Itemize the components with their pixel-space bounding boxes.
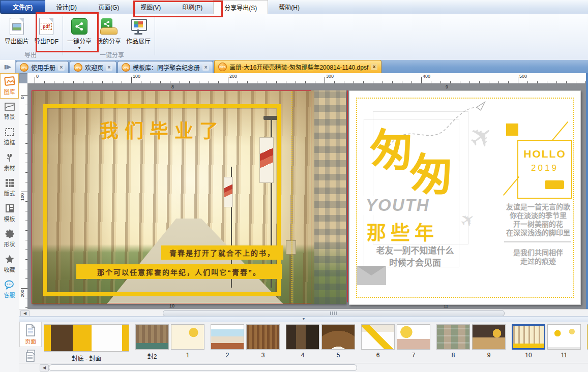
doc-tab-template-lib[interactable]: DPS 模板库：同学聚会纪念册 × xyxy=(117,61,213,73)
doc-tab-manual[interactable]: DPS 使用手册 × xyxy=(16,61,69,73)
thumbnail-page[interactable] xyxy=(397,324,430,350)
splitter-collapse-icon[interactable]: ▼ xyxy=(302,317,306,321)
thumbnail-page[interactable] xyxy=(135,324,169,350)
master-page-icon xyxy=(25,350,36,362)
toolbar-separator xyxy=(155,16,155,55)
window-edge xyxy=(586,73,588,316)
v-ruler: 0100200 xyxy=(19,83,28,309)
close-icon[interactable]: × xyxy=(106,64,112,71)
tab-masters[interactable]: 母版 xyxy=(19,347,42,363)
ribbon-toolbar: 导出图片 pdf 导出PDF xyxy=(0,14,588,60)
thumbnail-page[interactable] xyxy=(321,324,355,350)
thumbnail-page[interactable] xyxy=(472,324,506,350)
sidebar-item-border[interactable]: 边框 xyxy=(0,124,19,149)
close-icon[interactable]: × xyxy=(202,64,209,71)
right-page[interactable]: 匆 匆 YOUTH 那些年 老友一别不知道什么 时候才会见面 ✈ ✈ HOLLO… xyxy=(349,90,581,305)
thumbnail-page[interactable] xyxy=(286,324,319,350)
thumbnail-strip: 封底 - 封面 封2 1 2 3 4 5 xyxy=(44,324,588,362)
selection-edge-line xyxy=(347,90,348,302)
menu-page[interactable]: 页面(G) xyxy=(87,0,130,14)
close-icon[interactable]: × xyxy=(371,64,377,70)
background-icon xyxy=(4,102,15,111)
menu-share-export[interactable]: 分享导出(S) xyxy=(213,0,268,14)
poem-block-2[interactable]: 是我们共同相伴 走过的痕迹 xyxy=(502,249,574,266)
menu-view[interactable]: 视图(V) xyxy=(130,0,171,14)
tab-pages[interactable]: 页面 xyxy=(19,322,42,347)
envelope-icon[interactable] xyxy=(357,266,386,285)
thumbnail-page[interactable] xyxy=(211,324,244,350)
menu-print[interactable]: 印刷(P) xyxy=(171,0,213,14)
my-share-icon xyxy=(100,18,117,35)
thumbnail-page[interactable] xyxy=(547,324,581,350)
my-share-button[interactable]: 我的分享 xyxy=(94,16,124,45)
dps-badge-icon: DPS xyxy=(218,63,227,71)
showroom-board-icon xyxy=(130,18,147,35)
page-marker-9: 9 xyxy=(446,84,448,89)
selection-rectangle[interactable] xyxy=(32,90,311,303)
pdf-document-icon: pdf xyxy=(38,18,55,35)
thumbnail-page[interactable] xyxy=(246,324,280,350)
panel-collapse-icon[interactable]: ▮▶ xyxy=(0,60,16,73)
one-click-share-button[interactable]: 一键分享 ▼ xyxy=(65,16,94,50)
group-label-export: 导出 xyxy=(24,50,37,59)
doc-tab-active-album[interactable]: DPS 画册-大16开硬壳精装-匆匆那些年200814-1140.dpsf × xyxy=(214,60,381,73)
dps-badge-icon: DPS xyxy=(74,63,82,72)
sidebar-item-favorites[interactable]: 收藏 xyxy=(0,251,19,276)
thumbnail-cover-spread[interactable] xyxy=(44,324,129,352)
sidebar: 图库 背景 边框 素材 版式 xyxy=(0,73,20,372)
photo-building xyxy=(314,90,346,304)
doc-tab-welcome[interactable]: DPS 欢迎页 × xyxy=(70,61,116,73)
app-window: 文件(F) 设计(D) 页面(G) 视图(V) 印刷(P) 分享导出(S) 帮助… xyxy=(0,0,588,372)
canvas-area[interactable]: 8 9 10 11 我们毕业了 青春是打开了就合不上的书， 那个可以任意挥霍的年… xyxy=(27,83,588,309)
yellow-pill-decoration xyxy=(545,180,564,189)
menu-file[interactable]: 文件(F) xyxy=(0,0,45,14)
menu-bar: 文件(F) 设计(D) 页面(G) 视图(V) 印刷(P) 分享导出(S) 帮助… xyxy=(0,0,588,14)
h-ruler: 0100200300400500 xyxy=(27,73,588,84)
export-image-button[interactable]: 导出图片 xyxy=(2,16,32,45)
poem-divider xyxy=(504,241,571,242)
share-icon xyxy=(71,18,88,35)
close-icon[interactable]: × xyxy=(58,64,65,71)
cong-char-2[interactable]: 匆 xyxy=(409,153,453,197)
sidebar-item-service[interactable]: 客服 xyxy=(0,276,19,302)
frame-icon xyxy=(4,128,15,137)
sidebar-item-gallery[interactable]: 图库 xyxy=(0,73,19,99)
toolbar-separator xyxy=(63,16,63,55)
cong-char-1[interactable]: 匆 xyxy=(370,129,414,172)
thumbnail-page-selected[interactable] xyxy=(512,324,545,350)
menu-design[interactable]: 设计(D) xyxy=(45,0,87,14)
thumbnail-page[interactable] xyxy=(171,324,204,350)
thumbnail-scrollbar[interactable]: ◀ xyxy=(19,363,588,372)
sidebar-item-background[interactable]: 背景 xyxy=(0,99,19,124)
chevron-down-icon[interactable]: ▼ xyxy=(78,47,81,50)
star-icon xyxy=(5,254,15,264)
showroom-button[interactable]: 作品展厅 xyxy=(124,16,153,45)
image-library-icon xyxy=(4,76,15,86)
export-pdf-button[interactable]: pdf 导出PDF xyxy=(32,16,61,45)
thumbnail-page[interactable] xyxy=(361,324,395,350)
sidebar-item-material[interactable]: 素材 xyxy=(0,149,19,175)
sidebar-item-shape[interactable]: 形状 xyxy=(0,226,19,251)
dps-badge-icon: DPS xyxy=(122,63,130,72)
youth-text[interactable]: YOUTH xyxy=(364,196,432,215)
sidebar-item-template[interactable]: 模板 xyxy=(0,200,19,226)
those-years-text[interactable]: 那些年 xyxy=(367,217,438,245)
shape-blob-icon xyxy=(5,229,15,239)
thumbnail-page[interactable] xyxy=(436,324,470,350)
dps-badge-icon: DPS xyxy=(20,63,28,72)
grid-icon xyxy=(5,178,15,188)
page-marker-10: 10 xyxy=(169,303,174,308)
subtitle-line-1[interactable]: 老友一别不知道什么 xyxy=(362,243,468,256)
hollo-box[interactable]: HOLLO 2019 xyxy=(517,140,572,199)
menu-help[interactable]: 帮助(H) xyxy=(268,0,310,14)
sidebar-item-layout[interactable]: 版式 xyxy=(0,175,19,200)
pages-panel-tabs: 页面 母版 xyxy=(19,322,42,363)
scrollbar-thumb[interactable] xyxy=(49,364,357,371)
flower-icon xyxy=(5,152,15,163)
scroll-left-icon[interactable]: ◀ xyxy=(40,364,49,371)
poem-block-1[interactable]: 友谊是一首无言的歌 你在淡淡的季节里 开一树美丽的花 在深深浅浅的脚印里 xyxy=(502,203,574,237)
yellow-square-decoration xyxy=(506,123,518,136)
canvas-h-scrollbar[interactable]: ◀ xyxy=(19,309,588,317)
chat-bubble-icon xyxy=(4,280,15,290)
pages-panel: 页面 母版 封底 - 封面 封2 xyxy=(19,322,588,363)
